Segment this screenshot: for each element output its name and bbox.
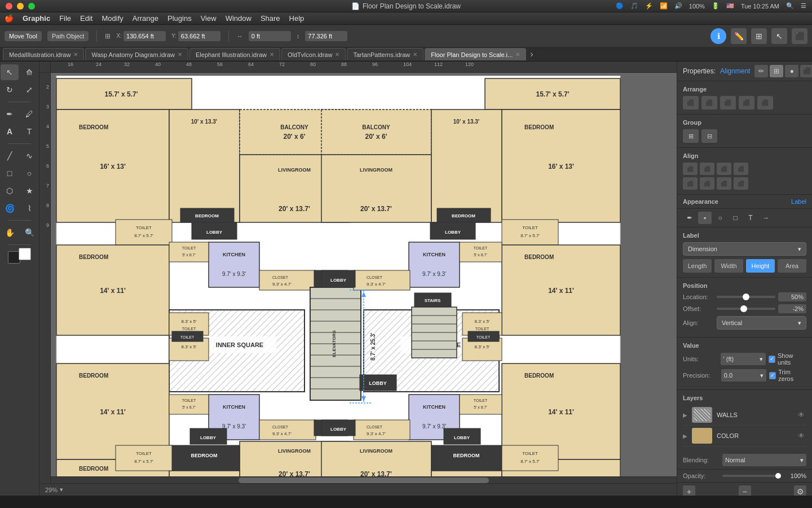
group-btn-1[interactable]: ⊞ xyxy=(683,129,699,143)
move-tool-btn[interactable]: Move Tool xyxy=(5,31,42,41)
layer-walls-visibility[interactable]: 👁 xyxy=(796,410,806,420)
align-right-btn[interactable]: ⬛ xyxy=(717,163,731,175)
zoom-tool[interactable]: 🔍 xyxy=(20,225,38,240)
tab-oldtv-close[interactable]: ✕ xyxy=(335,51,339,58)
line-tool[interactable]: ╱ xyxy=(1,148,19,164)
align-distribute-h-btn[interactable]: ⬛ xyxy=(734,163,748,175)
group-btn-2[interactable]: ⊟ xyxy=(701,129,717,143)
panel-align-btn[interactable]: ⊞ xyxy=(770,65,783,77)
label-width-btn[interactable]: Width xyxy=(714,259,743,273)
type-tool[interactable]: A xyxy=(1,124,19,139)
location-slider[interactable] xyxy=(717,296,775,298)
menu-window[interactable]: Window xyxy=(226,14,251,23)
freeform-tool[interactable]: ⌇ xyxy=(20,200,38,216)
tab-medal-close[interactable]: ✕ xyxy=(73,51,78,58)
menu-file[interactable]: File xyxy=(59,14,71,23)
menu-view[interactable]: View xyxy=(201,14,217,23)
tab-oldtv[interactable]: OldTvIcon.idraw ✕ xyxy=(281,48,346,60)
trim-zeros-check[interactable]: ✓ Trim zeros xyxy=(769,369,806,382)
panel-color-btn[interactable]: ● xyxy=(785,65,798,77)
app-tool-arrow[interactable]: → xyxy=(759,212,773,224)
panel-grid-btn[interactable]: ⬛ xyxy=(800,65,812,77)
tab-medal[interactable]: MedalIllustration.idraw ✕ xyxy=(3,48,84,60)
hand-tool[interactable]: ✋ xyxy=(1,225,19,240)
app-tool-circle[interactable]: ○ xyxy=(713,212,727,224)
label-height-btn[interactable]: Height xyxy=(746,259,775,273)
pencil-btn[interactable]: ✏️ xyxy=(731,28,747,44)
location-value[interactable]: 50% xyxy=(778,292,806,301)
tab-floorplan-close[interactable]: ✕ xyxy=(515,51,520,58)
tab-elephant-close[interactable]: ✕ xyxy=(270,51,274,58)
offset-value[interactable]: -2% xyxy=(778,304,806,313)
menu-help[interactable]: Help xyxy=(289,14,304,23)
grid-btn[interactable]: ⊞ xyxy=(751,28,767,44)
app-tool-fill[interactable]: ▪ xyxy=(698,212,712,224)
align-distribute-v-btn[interactable]: ⬛ xyxy=(734,177,748,190)
layer-color-visibility[interactable]: 👁 xyxy=(796,431,806,441)
tab-wasp[interactable]: Wasp Anatomy Diagram.idraw ✕ xyxy=(85,48,188,60)
zoom-dropdown-icon[interactable]: ▾ xyxy=(60,486,63,493)
layers-btn[interactable]: ⬛ xyxy=(792,28,807,44)
scale-tool[interactable]: ⤢ xyxy=(20,82,38,98)
app-tool-shape[interactable]: □ xyxy=(729,212,742,224)
pen-tool[interactable]: ✒ xyxy=(1,106,19,122)
minimize-button[interactable] xyxy=(17,3,24,10)
arrange-btn-5[interactable]: ⬛ xyxy=(757,96,773,110)
offset-slider[interactable] xyxy=(717,308,775,310)
menu-graphic[interactable]: Graphic xyxy=(23,14,50,23)
menu-plugins[interactable]: Plugins xyxy=(167,14,192,23)
label-type-dropdown[interactable]: Dimension ▾ xyxy=(683,242,806,256)
fill-swatch[interactable] xyxy=(19,248,31,260)
apple-menu[interactable]: 🍎 xyxy=(5,14,14,23)
circle-tool[interactable]: ○ xyxy=(20,165,38,181)
app-tool-text[interactable]: T xyxy=(744,212,757,224)
curve-tool[interactable]: ∿ xyxy=(20,148,38,164)
menu-share[interactable]: Share xyxy=(261,14,280,23)
node-tool[interactable]: ⟰ xyxy=(20,64,38,80)
polygon-tool[interactable]: ⬡ xyxy=(1,183,19,199)
tab-tartan[interactable]: TartanPatterns.idraw ✕ xyxy=(347,48,423,60)
brush-tool[interactable]: 🖊 xyxy=(20,106,38,122)
remove-layer-btn[interactable]: − xyxy=(739,485,751,496)
align-center-h-btn[interactable]: ⬛ xyxy=(700,163,714,175)
close-button[interactable] xyxy=(6,3,12,10)
label-length-btn[interactable]: Length xyxy=(683,259,712,273)
spiral-tool[interactable]: 🌀 xyxy=(1,200,19,216)
tab-elephant[interactable]: Elephant Illustration.idraw ✕ xyxy=(189,48,280,60)
layer-settings-btn[interactable]: ⚙ xyxy=(794,485,806,496)
layer-color-expand-icon[interactable]: ▶ xyxy=(683,433,687,439)
precision-dropdown[interactable]: 0.0 ▾ xyxy=(721,369,766,382)
arrange-btn-4[interactable]: ⬛ xyxy=(739,96,754,110)
width-input[interactable]: 0 ft xyxy=(249,31,291,41)
units-dropdown[interactable]: ' (ft) ▾ xyxy=(721,353,766,365)
pointer-btn[interactable]: ↖ xyxy=(771,28,787,44)
tab-tartan-close[interactable]: ✕ xyxy=(413,51,417,58)
rotate-tool[interactable]: ↻ xyxy=(1,82,19,98)
height-input[interactable]: 77.326 ft xyxy=(305,31,347,41)
tabs-more-btn[interactable]: › xyxy=(530,49,533,59)
canvas-area[interactable]: 16 24 32 40 48 56 64 72 80 88 96 104 112… xyxy=(39,62,677,496)
opacity-slider[interactable] xyxy=(722,475,781,477)
label-area-btn[interactable]: Area xyxy=(778,259,806,273)
arrange-btn-3[interactable]: ⬛ xyxy=(720,96,736,110)
add-layer-btn[interactable]: + xyxy=(683,485,695,496)
arrange-btn-1[interactable]: ⬛ xyxy=(683,96,699,110)
align-center-v-btn[interactable]: ⬛ xyxy=(700,177,714,190)
align-pos-dropdown[interactable]: Vertical ▾ xyxy=(717,316,806,330)
text-path-tool[interactable]: T xyxy=(20,124,38,139)
scrollbar-horizontal[interactable] xyxy=(51,476,677,483)
arrow-tool[interactable]: ↖ xyxy=(1,64,19,80)
blending-dropdown[interactable]: Normal ▾ xyxy=(722,454,806,466)
star-tool[interactable]: ★ xyxy=(20,183,38,199)
show-units-check[interactable]: ✓ Show units xyxy=(769,352,806,366)
rect-tool[interactable]: □ xyxy=(1,165,19,181)
info-btn[interactable]: ℹ xyxy=(710,28,726,44)
menu-modify[interactable]: Modify xyxy=(102,14,123,23)
layer-expand-icon[interactable]: ▶ xyxy=(683,412,687,418)
menu-arrange[interactable]: Arrange xyxy=(133,14,158,23)
app-tool-pen[interactable]: ✒ xyxy=(683,212,696,224)
tab-wasp-close[interactable]: ✕ xyxy=(178,51,182,58)
arrange-btn-2[interactable]: ⬛ xyxy=(701,96,717,110)
panel-pencil-btn[interactable]: ✏ xyxy=(754,65,768,77)
align-top-btn[interactable]: ⬛ xyxy=(683,177,698,190)
